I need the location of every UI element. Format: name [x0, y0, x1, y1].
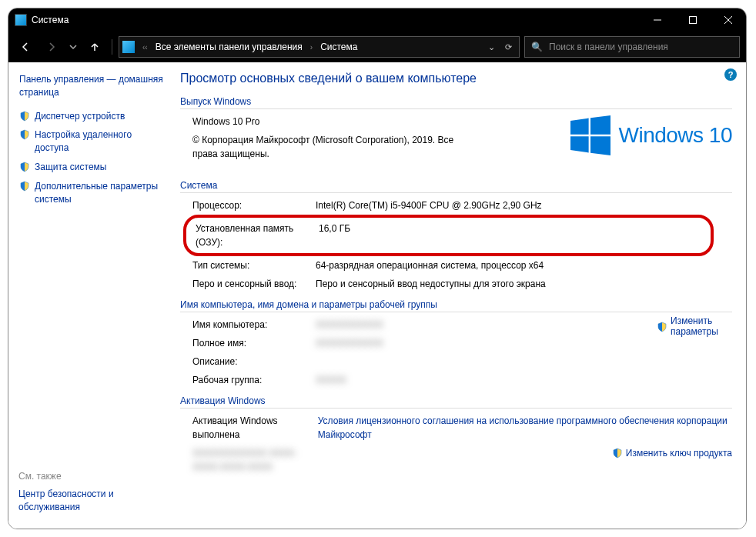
change-settings-text: Изменить параметры — [671, 315, 732, 337]
chevron-right-icon: › — [307, 43, 316, 52]
change-settings-link[interactable]: Изменить параметры — [657, 315, 732, 337]
control-panel-home-link[interactable]: Панель управления — домашняя страница — [19, 73, 163, 99]
titlebar: Система — [8, 8, 746, 32]
workgroup-value: XXXXX — [316, 373, 732, 387]
windows-logo-text: Windows 10 — [618, 123, 732, 148]
sidebar-item-remote[interactable]: Настройка удаленного доступа — [19, 128, 163, 155]
product-id-label: XXXXXXXXXXXX XXXX-XXXX-XXXX-XXXX — [192, 446, 316, 474]
ram-highlight: Установленная память (ОЗУ): 16,0 ГБ — [183, 215, 714, 256]
breadcrumb-current[interactable]: Система — [320, 42, 357, 52]
search-placeholder: Поиск в панели управления — [549, 42, 668, 52]
description-row: Описание: — [180, 352, 732, 371]
fullname-row: Полное имя: XXXXXXXXXXX — [180, 334, 657, 352]
sidebar-item-label: Дополнительные параметры системы — [35, 180, 163, 206]
fullname-label: Полное имя: — [192, 336, 316, 350]
shield-icon — [19, 181, 30, 192]
window-controls — [640, 8, 746, 32]
system-type-label: Тип системы: — [192, 258, 316, 272]
system-type-row: Тип системы: 64-разрядная операционная с… — [180, 256, 732, 275]
sidebar-item-device-manager[interactable]: Диспетчер устройств — [19, 110, 163, 123]
product-id-row: XXXXXXXXXXXX XXXX-XXXX-XXXX-XXXX — [180, 444, 612, 476]
pen-touch-label: Перо и сенсорный ввод: — [192, 277, 316, 291]
chevron-icon: ‹‹ — [139, 43, 151, 52]
help-icon[interactable]: ? — [724, 68, 737, 81]
change-key-link[interactable]: Изменить ключ продукта — [612, 447, 732, 459]
windows-logo-icon — [570, 115, 610, 155]
edition-value: Windows 10 Pro — [192, 115, 259, 128]
workgroup-label: Рабочая группа: — [192, 373, 316, 387]
up-button[interactable] — [84, 36, 105, 58]
activation-status-row: Активация Windows выполнена Условия лице… — [180, 412, 732, 444]
sidebar: Панель управления — домашняя страница Ди… — [8, 62, 174, 529]
shield-icon — [612, 448, 623, 459]
change-key-text: Изменить ключ продукта — [626, 448, 732, 459]
window-title: Система — [32, 15, 640, 25]
security-center-link[interactable]: Центр безопасности и обслуживания — [18, 488, 172, 514]
ram-row: Установленная память (ОЗУ): 16,0 ГБ — [196, 219, 701, 252]
control-panel-icon — [122, 41, 135, 53]
fullname-value: XXXXXXXXXXX — [316, 336, 657, 350]
recent-dropdown[interactable] — [67, 36, 79, 58]
close-button[interactable] — [711, 8, 746, 32]
system-window: Система ‹‹ Все элементы панели управлени… — [8, 8, 747, 529]
domain-section-title: Имя компьютера, имя домена и параметры р… — [180, 299, 732, 312]
workgroup-row: Рабочая группа: XXXXX — [180, 371, 732, 389]
cpu-value: Intel(R) Core(TM) i5-9400F CPU @ 2.90GHz… — [316, 198, 732, 212]
shield-icon — [19, 129, 30, 140]
page-title: Просмотр основных сведений о вашем компь… — [180, 72, 732, 85]
content-area: Панель управления — домашняя страница Ди… — [8, 62, 746, 529]
search-icon: 🔍 — [531, 42, 543, 52]
forward-button[interactable] — [41, 36, 62, 58]
main-panel: ? Просмотр основных сведений о вашем ком… — [174, 62, 746, 529]
cpu-label: Процессор: — [192, 198, 316, 212]
address-bar[interactable]: ‹‹ Все элементы панели управления › Сист… — [119, 36, 520, 58]
edition-section-title: Выпуск Windows — [180, 96, 732, 109]
computer-name-value: XXXXXXXXXXX — [316, 318, 657, 332]
ram-label: Установленная память (ОЗУ): — [196, 222, 319, 249]
activation-section-title: Активация Windows — [180, 395, 732, 409]
sidebar-item-protection[interactable]: Защита системы — [19, 161, 163, 174]
pen-touch-value: Перо и сенсорный ввод недоступны для это… — [316, 277, 732, 291]
sidebar-item-label: Защита системы — [35, 161, 106, 174]
system-type-value: 64-разрядная операционная система, проце… — [316, 258, 732, 272]
computer-name-label: Имя компьютера: — [192, 318, 316, 332]
description-value — [316, 355, 732, 369]
minimize-button[interactable] — [640, 8, 675, 32]
sidebar-item-label: Настройка удаленного доступа — [35, 128, 163, 155]
sidebar-item-label: Диспетчер устройств — [35, 110, 125, 123]
windows-logo: Windows 10 — [570, 115, 732, 155]
back-button[interactable] — [15, 36, 36, 58]
see-also-label: См. также — [18, 471, 172, 482]
pen-touch-row: Перо и сенсорный ввод: Перо и сенсорный … — [180, 275, 732, 293]
computer-name-row: Имя компьютера: XXXXXXXXXXX — [180, 315, 657, 334]
toolbar: ‹‹ Все элементы панели управления › Сист… — [8, 32, 746, 62]
sidebar-footer: См. также Центр безопасности и обслужива… — [18, 471, 172, 514]
system-icon — [15, 14, 27, 26]
cpu-row: Процессор: Intel(R) Core(TM) i5-9400F CP… — [180, 196, 732, 215]
shield-icon — [657, 322, 667, 332]
license-terms-link[interactable]: Условия лицензионного соглашения на испо… — [318, 414, 732, 442]
search-input[interactable]: 🔍 Поиск в панели управления — [524, 36, 740, 58]
shield-icon — [19, 162, 30, 172]
system-section-title: Система — [180, 180, 732, 193]
sidebar-item-advanced[interactable]: Дополнительные параметры системы — [19, 180, 163, 206]
description-label: Описание: — [192, 355, 316, 369]
shield-icon — [19, 111, 30, 122]
maximize-button[interactable] — [675, 8, 711, 32]
svg-rect-1 — [690, 17, 697, 24]
ram-value: 16,0 ГБ — [319, 222, 701, 249]
refresh-button[interactable]: ⟳ — [500, 42, 516, 52]
breadcrumb-root[interactable]: Все элементы панели управления — [156, 42, 303, 52]
separator — [112, 39, 112, 55]
copyright-text: © Корпорация Майкрософт (Microsoft Corpo… — [192, 133, 473, 161]
activation-status: Активация Windows выполнена — [192, 414, 313, 442]
address-dropdown[interactable]: ⌄ — [483, 42, 499, 52]
